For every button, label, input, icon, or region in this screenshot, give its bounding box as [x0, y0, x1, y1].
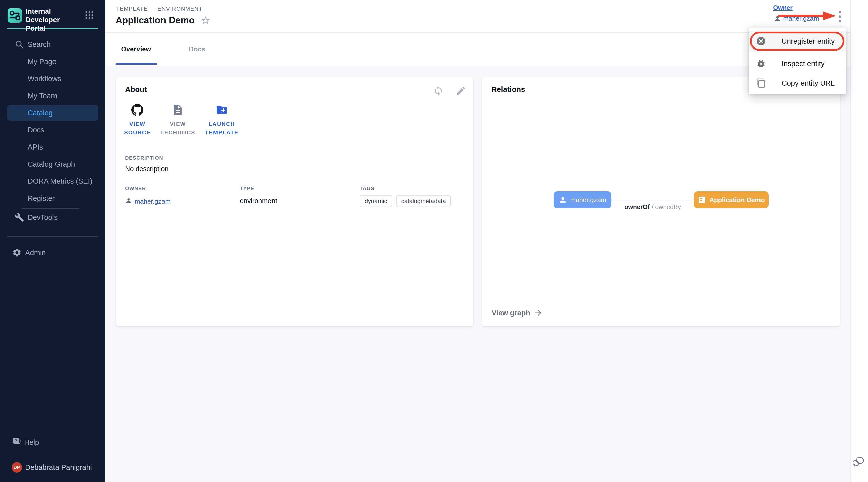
page-header: TEMPLATE — ENVIRONMENT Application Demo … — [105, 0, 850, 33]
launch-template-button[interactable]: LAUNCH TEMPLATE — [199, 102, 244, 137]
graph-node-entity[interactable]: Application Demo — [694, 191, 769, 208]
copy-icon — [756, 78, 766, 88]
tab-docs[interactable]: Docs — [183, 33, 211, 65]
help-chat-icon: ? — [11, 437, 22, 447]
view-graph-label: View graph — [492, 309, 530, 317]
launch-template-label: LAUNCH TEMPLATE — [199, 120, 244, 137]
sidebar-item-my-page[interactable]: My Page — [0, 53, 105, 70]
star-favorite-icon[interactable] — [201, 15, 211, 25]
description-value: No description — [125, 165, 168, 173]
portal-logo-icon[interactable] — [7, 8, 22, 23]
relations-title: Relations — [491, 85, 525, 94]
user-name: Debabrata Panigrahi — [25, 463, 92, 472]
relations-card: Relations ownerOf / ownedBy maher.gzam — [482, 77, 840, 326]
view-source-label: VIEW SOURCE — [119, 120, 156, 137]
sidebar-item-my-team[interactable]: My Team — [0, 87, 105, 104]
sidebar-item-admin[interactable]: Admin — [0, 244, 105, 261]
menu-item-inspect-entity[interactable]: Inspect entity — [749, 55, 846, 72]
sidebar-item-docs[interactable]: Docs — [0, 121, 105, 139]
about-card: About — [116, 77, 473, 326]
page-title: Application Demo — [116, 15, 195, 26]
view-techdocs-label: VIEW TECHDOCS — [156, 120, 199, 137]
menu-item-copy-entity-url[interactable]: Copy entity URL — [749, 75, 846, 91]
sidebar-item-dora-metrics[interactable]: DORA Metrics (SEI) — [0, 173, 105, 190]
tag-chip[interactable]: catalogmetadata — [396, 195, 451, 207]
wrench-icon — [14, 213, 24, 222]
sidebar-item-apis[interactable]: APIs — [0, 139, 105, 156]
gear-icon — [12, 248, 22, 257]
sidebar-item-catalog-graph[interactable]: Catalog Graph — [0, 156, 105, 173]
search-icon — [14, 40, 24, 49]
svg-text:?: ? — [14, 439, 17, 443]
sidebar-item-label: My Team — [28, 92, 57, 100]
sidebar-nav: Search My Page Workflows My Team Catalog… — [0, 36, 105, 261]
right-gutter — [850, 0, 868, 482]
sidebar-user[interactable]: DP Debabrata Panigrahi — [0, 459, 105, 476]
menu-item-label: Inspect entity — [782, 60, 825, 68]
graph-node-label: Application Demo — [709, 196, 765, 204]
relation-edge-label: ownerOf / ownedBy — [606, 203, 699, 211]
bug-icon — [756, 59, 766, 69]
sidebar-item-label: Catalog Graph — [28, 160, 75, 169]
tab-overview[interactable]: Overview — [116, 33, 157, 65]
app-root: Internal Developer Portal Search — [0, 0, 868, 482]
cancel-circle-icon — [756, 36, 766, 46]
person-icon — [125, 197, 132, 206]
sidebar-item-search[interactable]: Search — [0, 36, 105, 53]
owner-annotation-label: Owner — [773, 4, 793, 11]
type-value: environment — [240, 197, 277, 205]
sidebar-item-label: Admin — [25, 248, 46, 257]
sidebar-divider — [7, 237, 98, 237]
sidebar-item-catalog[interactable]: Catalog — [7, 105, 98, 121]
document-icon — [172, 104, 184, 117]
sidebar-item-label: Workflows — [28, 74, 61, 83]
kebab-menu-icon[interactable] — [834, 9, 845, 25]
content-area: About — [105, 66, 850, 482]
help-label: Help — [24, 438, 39, 447]
graph-node-label: maher.gzam — [570, 196, 606, 204]
chat-bubbles-icon[interactable] — [854, 456, 865, 468]
view-techdocs-button[interactable]: VIEW TECHDOCS — [156, 102, 199, 137]
sidebar-item-label: APIs — [28, 143, 43, 151]
sidebar-item-label: Docs — [28, 126, 44, 134]
tags-label: TAGS — [360, 186, 451, 191]
person-icon — [559, 195, 567, 204]
brand-header: Internal Developer Portal — [0, 0, 105, 28]
sidebar-item-help[interactable]: ? Help — [0, 434, 105, 451]
entity-context-menu: Unregister entity Inspect entity Copy en… — [749, 28, 846, 94]
owner-label: OWNER — [125, 186, 170, 191]
edge-separator: / — [651, 203, 653, 210]
sidebar-item-devtools[interactable]: DevTools — [0, 209, 105, 226]
graph-node-user[interactable]: maher.gzam — [554, 191, 611, 208]
refresh-icon[interactable] — [433, 86, 443, 96]
sidebar-item-register[interactable]: Register — [0, 190, 105, 207]
edit-pencil-icon[interactable] — [456, 86, 466, 96]
sidebar-item-workflows[interactable]: Workflows — [0, 70, 105, 87]
owner-value: maher.gzam — [783, 14, 819, 22]
avatar: DP — [11, 462, 22, 473]
sidebar-item-label: My Page — [28, 58, 56, 66]
menu-item-label: Unregister entity — [782, 37, 835, 46]
description-label: DESCRIPTION — [125, 155, 163, 161]
folder-plus-icon — [216, 104, 228, 117]
tag-chip[interactable]: dynamic — [360, 195, 392, 207]
sidebar-item-label: DevTools — [28, 213, 58, 222]
menu-item-unregister-entity[interactable]: Unregister entity — [749, 31, 846, 51]
arrow-right-icon — [534, 308, 543, 318]
about-owner-link[interactable]: maher.gzam — [125, 197, 170, 206]
about-owner-value: maher.gzam — [135, 198, 170, 205]
menu-item-label: Copy entity URL — [782, 79, 835, 87]
apps-grid-icon[interactable] — [85, 10, 94, 20]
sidebar-item-label: Register — [28, 194, 55, 203]
view-source-button[interactable]: VIEW SOURCE — [119, 102, 156, 137]
edge-reverse-label: ownedBy — [655, 203, 681, 210]
breadcrumb: TEMPLATE — ENVIRONMENT — [116, 5, 203, 12]
type-label: TYPE — [240, 186, 277, 191]
relation-edge — [611, 200, 694, 200]
template-icon — [698, 195, 706, 204]
sidebar-item-label: Catalog — [28, 109, 53, 117]
view-graph-link[interactable]: View graph — [492, 308, 543, 318]
sidebar-item-label: Search — [28, 40, 51, 49]
header-owner-link[interactable]: maher.gzam — [774, 14, 819, 22]
edge-forward-label: ownerOf — [624, 203, 650, 210]
